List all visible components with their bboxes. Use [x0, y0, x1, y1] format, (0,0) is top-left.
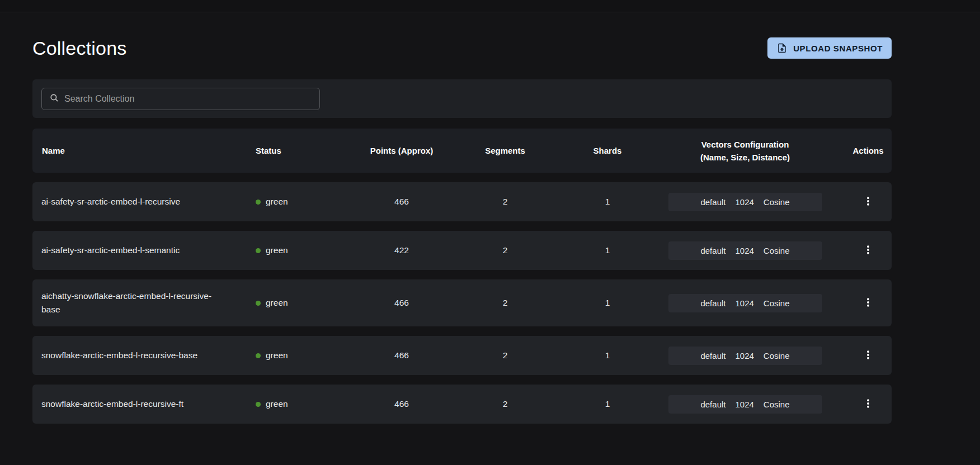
vector-size: 1024: [735, 246, 753, 255]
vector-name: default: [700, 351, 725, 360]
table-row[interactable]: aichatty-snowflake-arctic-embed-l-recurs…: [32, 279, 892, 326]
upload-snapshot-label: UPLOAD SNAPSHOT: [793, 44, 883, 53]
status-dot-icon: [256, 248, 261, 253]
row-actions-button[interactable]: [858, 345, 878, 366]
collections-page: Collections UPLOAD SNAPSHOT Name Status: [32, 37, 892, 424]
status-dot-icon: [256, 353, 261, 358]
points-value: 466: [347, 350, 456, 360]
table-header-row: Name Status Points (Approx) Segments Sha…: [32, 129, 892, 173]
top-bar: [0, 0, 980, 12]
vector-config-chip: default 1024 Cosine: [668, 294, 822, 312]
status-dot-icon: [256, 402, 261, 407]
table-row[interactable]: snowflake-arctic-embed-l-recursive-base …: [32, 336, 892, 375]
collection-name[interactable]: ai-safety-sr-arctic-embed-l-recursive: [32, 185, 246, 219]
segments-value: 2: [456, 399, 554, 409]
header-shards: Shards: [554, 146, 661, 155]
shards-value: 1: [554, 197, 661, 207]
collection-name[interactable]: snowflake-arctic-embed-l-recursive-base: [32, 339, 246, 372]
kebab-menu-icon: [863, 245, 873, 257]
kebab-menu-icon: [863, 350, 873, 362]
row-actions-button[interactable]: [858, 192, 878, 212]
row-actions-button[interactable]: [858, 293, 878, 313]
vector-size: 1024: [735, 400, 753, 409]
row-actions-button[interactable]: [858, 240, 878, 260]
vector-distance: Cosine: [764, 246, 790, 255]
points-value: 466: [347, 298, 456, 308]
header-points: Points (Approx): [347, 146, 456, 155]
row-actions-button[interactable]: [858, 394, 878, 414]
collection-name[interactable]: snowflake-arctic-embed-l-recursive-ft: [32, 387, 246, 421]
vector-name: default: [700, 400, 725, 409]
status-dot-icon: [256, 200, 261, 205]
vector-config-chip: default 1024 Cosine: [668, 347, 822, 365]
vector-config-chip: default 1024 Cosine: [668, 395, 822, 414]
table-row[interactable]: snowflake-arctic-embed-l-recursive-ft gr…: [32, 385, 892, 424]
search-icon: [49, 93, 59, 105]
upload-snapshot-button[interactable]: UPLOAD SNAPSHOT: [767, 37, 892, 59]
collections-table: Name Status Points (Approx) Segments Sha…: [32, 129, 892, 424]
shards-value: 1: [554, 350, 661, 360]
table-body: ai-safety-sr-arctic-embed-l-recursive gr…: [32, 182, 892, 424]
vector-size: 1024: [735, 298, 753, 308]
segments-value: 2: [456, 298, 554, 308]
shards-value: 1: [554, 399, 661, 409]
status-label: green: [266, 350, 288, 360]
header-status: Status: [246, 146, 347, 155]
vector-size: 1024: [735, 351, 753, 360]
status-label: green: [266, 399, 288, 409]
segments-value: 2: [456, 197, 554, 207]
kebab-menu-icon: [863, 398, 873, 410]
status-label: green: [266, 298, 288, 308]
table-row[interactable]: ai-safety-sr-arctic-embed-l-recursive gr…: [32, 182, 892, 221]
points-value: 466: [347, 197, 456, 207]
vector-distance: Cosine: [764, 400, 790, 409]
points-value: 422: [347, 245, 456, 255]
vector-name: default: [700, 298, 725, 308]
page-title: Collections: [32, 37, 127, 59]
kebab-menu-icon: [863, 196, 873, 208]
vector-distance: Cosine: [764, 197, 790, 207]
page-header: Collections UPLOAD SNAPSHOT: [32, 37, 892, 59]
header-segments: Segments: [456, 146, 554, 155]
search-collection-box[interactable]: [41, 88, 320, 110]
shards-value: 1: [554, 298, 661, 308]
vector-size: 1024: [735, 197, 753, 207]
collection-name[interactable]: aichatty-snowflake-arctic-embed-l-recurs…: [32, 279, 246, 326]
file-upload-icon: [776, 42, 788, 54]
vector-distance: Cosine: [764, 298, 790, 308]
collection-status: green: [246, 245, 347, 255]
vector-config-chip: default 1024 Cosine: [668, 193, 822, 211]
vector-name: default: [700, 197, 725, 207]
header-vectors-configuration: Vectors Configuration (Name, Size, Dista…: [661, 138, 829, 164]
vector-name: default: [700, 246, 725, 255]
collection-status: green: [246, 197, 347, 207]
shards-value: 1: [554, 245, 661, 255]
vector-config-chip: default 1024 Cosine: [668, 241, 822, 260]
header-name: Name: [32, 146, 246, 155]
collection-status: green: [246, 399, 347, 409]
kebab-menu-icon: [863, 297, 873, 309]
segments-value: 2: [456, 350, 554, 360]
points-value: 466: [347, 399, 456, 409]
segments-value: 2: [456, 245, 554, 255]
collection-name[interactable]: ai-safety-sr-arctic-embed-l-semantic: [32, 234, 246, 267]
status-label: green: [266, 245, 288, 255]
status-label: green: [266, 197, 288, 207]
status-dot-icon: [256, 301, 261, 306]
header-actions: Actions: [845, 146, 892, 155]
search-collection-input[interactable]: [64, 94, 312, 104]
collection-status: green: [246, 298, 347, 308]
search-panel: [32, 79, 892, 118]
collection-status: green: [246, 350, 347, 360]
table-row[interactable]: ai-safety-sr-arctic-embed-l-semantic gre…: [32, 231, 892, 270]
vector-distance: Cosine: [764, 351, 790, 360]
